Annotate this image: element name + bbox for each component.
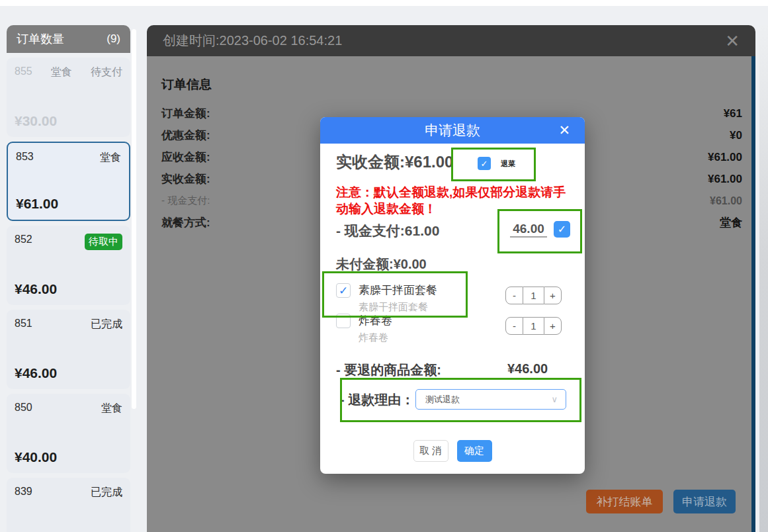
- sidebar-scrollbar[interactable]: [132, 29, 136, 409]
- order-status-badge: 待取中: [85, 234, 122, 250]
- refund-dialog-close-icon[interactable]: ✕: [558, 122, 570, 138]
- sidebar-title: 订单数量: [17, 31, 64, 47]
- stepper-plus-button[interactable]: +: [544, 317, 562, 335]
- order-card-855[interactable]: 855 堂食 待支付 ¥30.00: [7, 58, 130, 137]
- item-checkbox-checked[interactable]: ✓: [336, 283, 351, 298]
- info-label: 就餐方式:: [161, 215, 210, 230]
- refund-reason-value: 测试退款: [425, 394, 551, 406]
- unpaid-amount-text: 未付金额:¥0.00: [336, 255, 427, 273]
- quantity-stepper-2: - 1 +: [505, 317, 562, 335]
- order-price: ¥46.00: [15, 281, 57, 297]
- order-card-853[interactable]: 853 堂食 ¥61.00: [7, 142, 130, 221]
- refund-dialog-title: 申请退款: [425, 121, 480, 140]
- panel-close-icon[interactable]: ✕: [725, 32, 740, 50]
- item-subname: 炸春卷: [359, 332, 392, 344]
- refund-dialog: 申请退款 ✕ 实收金额:¥61.00 ✓ 退菜 注意：默认全额退款,如果仅部分退…: [320, 117, 585, 474]
- refund-amount-group: ✓: [510, 221, 570, 238]
- order-price: ¥40.00: [15, 449, 57, 465]
- refund-total-label: - 要退的商品金额:: [336, 361, 441, 379]
- order-count: (9): [107, 32, 120, 46]
- info-value: ¥61.00: [708, 151, 742, 164]
- info-label: 订单金额:: [161, 106, 210, 121]
- refund-amount-input[interactable]: [510, 222, 547, 238]
- panel-action-buttons: 补打结账单 申请退款: [586, 490, 736, 513]
- apply-refund-button[interactable]: 申请退款: [673, 490, 736, 513]
- chevron-down-icon: ∨: [551, 394, 558, 404]
- order-card-850[interactable]: 850 堂食 ¥40.00: [7, 394, 130, 473]
- return-dish-label: 退菜: [501, 159, 515, 169]
- stepper-quantity: 1: [523, 287, 544, 304]
- stepper-plus-button[interactable]: +: [544, 287, 562, 304]
- order-price: ¥30.00: [15, 113, 57, 129]
- info-label: 实收金额:: [161, 171, 210, 187]
- info-value: ¥61.00: [708, 173, 742, 186]
- right-gutter: [759, 25, 768, 532]
- item-subname: 素臊干拌面套餐: [359, 301, 437, 314]
- info-label: - 现金支付:: [161, 195, 210, 207]
- order-dine-type: 堂食: [51, 66, 72, 79]
- order-id: 839: [15, 486, 32, 498]
- confirm-button[interactable]: 确定: [457, 440, 492, 462]
- order-card-852[interactable]: 852 待取中 ¥46.00: [7, 226, 130, 305]
- refund-dialog-header: 申请退款 ✕: [320, 117, 585, 144]
- refund-item-row-2: 炸春卷 炸春卷: [336, 314, 392, 344]
- stepper-minus-button[interactable]: -: [505, 317, 523, 335]
- item-name: 炸春卷: [359, 314, 392, 328]
- info-value: ¥61.00: [710, 195, 742, 207]
- order-price: ¥46.00: [15, 365, 57, 381]
- refund-total-value: ¥46.00: [507, 361, 548, 377]
- order-status: 已完成: [91, 318, 122, 332]
- order-status: 待支付: [91, 66, 122, 79]
- order-sidebar: 订单数量 (9) 855 堂食 待支付 ¥30.00 853 堂食 ¥61.00…: [7, 25, 130, 532]
- refund-amount-checkbox[interactable]: ✓: [554, 221, 570, 238]
- info-label: 应收金额:: [161, 150, 210, 165]
- modal-buttons: 取 消 确定: [320, 440, 585, 462]
- info-value: 堂食: [720, 215, 742, 230]
- item-name: 素臊干拌面套餐: [359, 283, 437, 298]
- order-info-title: 订单信息: [161, 76, 742, 93]
- order-id: 853: [16, 151, 34, 163]
- reprint-bill-button[interactable]: 补打结账单: [586, 490, 663, 513]
- check-icon: ✓: [339, 285, 348, 296]
- order-id: 850: [15, 402, 32, 414]
- stepper-minus-button[interactable]: -: [505, 287, 523, 304]
- sidebar-header: 订单数量 (9): [7, 25, 130, 53]
- order-card-839[interactable]: 839 已完成: [7, 478, 130, 532]
- refund-item-row-1: ✓ 素臊干拌面套餐 素臊干拌面套餐: [336, 283, 437, 314]
- top-strip: [0, 0, 768, 6]
- info-value: ¥61: [724, 107, 742, 120]
- item-checkbox-unchecked[interactable]: [336, 314, 351, 328]
- info-label: 优惠金额:: [161, 128, 210, 143]
- stepper-quantity: 1: [523, 317, 544, 335]
- panel-header: 创建时间:2023-06-02 16:54:21 ✕: [147, 25, 755, 56]
- received-amount-text: 实收金额:¥61.00: [336, 152, 453, 173]
- created-time-label: 创建时间:2023-06-02 16:54:21: [163, 32, 342, 50]
- return-dish-checkbox[interactable]: ✓: [478, 157, 491, 170]
- order-price: ¥61.00: [16, 196, 58, 212]
- cancel-button[interactable]: 取 消: [413, 440, 448, 462]
- order-id: 855: [15, 66, 32, 77]
- order-status: 堂食: [100, 151, 121, 165]
- refund-warning-text: 注意：默认全额退款,如果仅部分退款请手动输入退款金额！: [336, 184, 577, 217]
- order-id: 851: [15, 318, 32, 330]
- quantity-stepper-1: - 1 +: [505, 287, 562, 304]
- cash-payment-line: - 现金支付:61.00: [336, 222, 439, 240]
- order-status: 堂食: [101, 402, 122, 416]
- refund-reason-label: - 退款理由：: [340, 391, 414, 409]
- return-dish-option: ✓ 退菜: [478, 157, 515, 170]
- order-card-851[interactable]: 851 已完成 ¥46.00: [7, 310, 130, 389]
- refund-reason-select[interactable]: 测试退款 ∨: [415, 389, 566, 410]
- info-value: ¥0: [730, 129, 742, 142]
- order-status: 已完成: [91, 486, 122, 500]
- order-id: 852: [15, 234, 32, 245]
